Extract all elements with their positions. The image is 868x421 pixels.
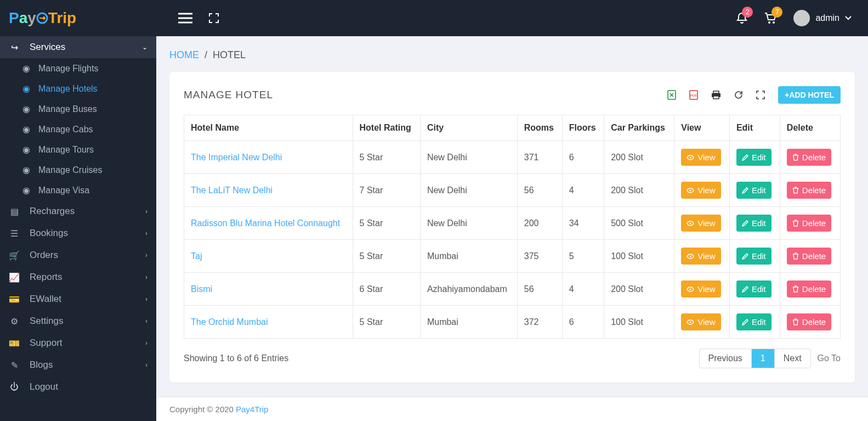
- nav-icon: 🛒: [9, 250, 20, 261]
- view-button[interactable]: View: [681, 313, 721, 330]
- chevron-right-icon: ›: [145, 339, 147, 347]
- col-delete: Delete: [780, 115, 840, 141]
- breadcrumb-home[interactable]: HOME: [169, 49, 199, 60]
- chevron-right-icon: ›: [145, 207, 147, 215]
- nav-ewallet[interactable]: 💳EWallet›: [0, 288, 156, 310]
- svg-point-13: [690, 288, 691, 290]
- edit-button[interactable]: Edit: [736, 313, 771, 330]
- nav-support[interactable]: 🎫Support›: [0, 332, 156, 354]
- delete-button[interactable]: Delete: [787, 182, 831, 199]
- svg-point-9: [690, 156, 691, 158]
- cart-badge: 7: [771, 7, 782, 18]
- prev-button[interactable]: Previous: [700, 349, 752, 368]
- hotel-link[interactable]: The LaLiT New Delhi: [191, 186, 273, 195]
- sidebar-sub-manage-cabs[interactable]: ◉Manage Cabs: [0, 119, 156, 139]
- goto-label: Go To: [818, 353, 841, 363]
- nav-orders[interactable]: 🛒Orders›: [0, 244, 156, 266]
- col-hotel-rating: Hotel Rating: [353, 115, 420, 141]
- sidebar-sub-manage-tours[interactable]: ◉Manage Tours: [0, 139, 156, 160]
- delete-button[interactable]: Delete: [787, 248, 831, 265]
- sidebar-sub-manage-hotels[interactable]: ◉Manage Hotels: [0, 78, 156, 99]
- hamburger-icon[interactable]: [178, 13, 192, 24]
- edit-button[interactable]: Edit: [736, 280, 771, 297]
- nav-blogs[interactable]: ✎Blogs›: [0, 354, 156, 376]
- print-icon[interactable]: [711, 91, 721, 99]
- svg-point-2: [773, 21, 775, 24]
- username: admin: [815, 13, 839, 23]
- col-floors: Floors: [562, 115, 604, 141]
- nav-logout[interactable]: ⏻Logout: [0, 376, 156, 398]
- hotel-link[interactable]: Taj: [191, 251, 202, 261]
- delete-button[interactable]: Delete: [787, 313, 831, 330]
- brand-logo[interactable]: Pay Trip: [0, 0, 156, 36]
- main-content: HOME / HOTEL MANAGE HOTEL PDF: [156, 36, 868, 421]
- circle-icon: ◉: [21, 63, 32, 74]
- next-button[interactable]: Next: [775, 349, 810, 368]
- delete-button[interactable]: Delete: [787, 215, 831, 232]
- view-button[interactable]: View: [681, 215, 721, 232]
- add-hotel-button[interactable]: +ADD HOTEL: [778, 86, 841, 104]
- edit-button[interactable]: Edit: [736, 248, 771, 265]
- fullscreen-icon[interactable]: [209, 13, 219, 23]
- hotel-table: Hotel NameHotel RatingCityRoomsFloorsCar…: [184, 115, 841, 339]
- col-city: City: [420, 115, 517, 141]
- sidebar-sub-manage-buses[interactable]: ◉Manage Buses: [0, 99, 156, 119]
- edit-button[interactable]: Edit: [736, 215, 771, 232]
- nav-icon: 💳: [9, 294, 20, 305]
- chevron-down-icon: ⌄: [142, 43, 147, 51]
- hotel-link[interactable]: The Imperial New Delhi: [191, 153, 282, 162]
- hotel-link[interactable]: The Orchid Mumbai: [191, 317, 268, 327]
- page-1[interactable]: 1: [752, 349, 775, 368]
- sidebar-sub-manage-flights[interactable]: ◉Manage Flights: [0, 58, 156, 78]
- nav-recharges[interactable]: ▤Recharges›: [0, 200, 156, 222]
- svg-point-1: [768, 21, 770, 24]
- sidebar-sub-manage-cruises[interactable]: ◉Manage Cruises: [0, 160, 156, 180]
- nav-services[interactable]: ↪ Services ⌄: [0, 36, 156, 58]
- hotel-card: MANAGE HOTEL PDF +ADD HOTEL: [169, 72, 855, 383]
- bell-icon[interactable]: 2: [736, 12, 747, 24]
- user-menu[interactable]: admin: [793, 10, 852, 26]
- pdf-icon[interactable]: PDF: [689, 90, 698, 100]
- svg-point-10: [690, 189, 691, 191]
- table-row: Radisson Blu Marina Hotel Connaught5 Sta…: [184, 207, 841, 240]
- svg-point-11: [690, 222, 691, 224]
- circle-icon: ◉: [21, 185, 32, 195]
- circle-icon: ◉: [21, 124, 32, 134]
- col-hotel-name: Hotel Name: [184, 115, 353, 141]
- footer-brand-link[interactable]: Pay4Trip: [236, 405, 268, 414]
- chevron-right-icon: ›: [145, 317, 147, 325]
- col-view: View: [674, 115, 730, 141]
- nav-bookings[interactable]: ☰Bookings›: [0, 222, 156, 244]
- hotel-link[interactable]: Bismi: [191, 284, 212, 294]
- excel-icon[interactable]: [667, 90, 676, 100]
- svg-point-12: [690, 255, 691, 257]
- circle-icon: ◉: [21, 165, 32, 175]
- expand-icon[interactable]: [756, 91, 765, 99]
- nav-icon: ✎: [9, 360, 20, 371]
- nav-reports[interactable]: 📈Reports›: [0, 266, 156, 288]
- circle-icon: ◉: [21, 83, 32, 94]
- sidebar: ↪ Services ⌄ ◉Manage Flights◉Manage Hote…: [0, 36, 156, 421]
- chevron-down-icon: [845, 16, 852, 20]
- sidebar-sub-manage-visa[interactable]: ◉Manage Visa: [0, 180, 156, 200]
- breadcrumb: HOME / HOTEL: [169, 49, 855, 61]
- hotel-link[interactable]: Radisson Blu Marina Hotel Connaught: [191, 218, 340, 228]
- avatar: [793, 10, 810, 26]
- view-button[interactable]: View: [681, 149, 721, 166]
- nav-icon: ☰: [9, 228, 20, 239]
- delete-button[interactable]: Delete: [787, 149, 831, 166]
- col-edit: Edit: [729, 115, 780, 141]
- refresh-icon[interactable]: [734, 91, 743, 99]
- view-button[interactable]: View: [681, 248, 721, 265]
- nav-icon: ⚙: [9, 316, 20, 327]
- edit-button[interactable]: Edit: [736, 182, 771, 199]
- circle-icon: ◉: [21, 104, 32, 114]
- edit-button[interactable]: Edit: [736, 149, 771, 166]
- delete-button[interactable]: Delete: [787, 280, 831, 297]
- cart-icon[interactable]: 7: [764, 12, 777, 24]
- view-button[interactable]: View: [681, 280, 721, 297]
- chevron-right-icon: ›: [145, 229, 147, 237]
- nav-settings[interactable]: ⚙Settings›: [0, 310, 156, 332]
- page-title: MANAGE HOTEL: [184, 89, 273, 101]
- view-button[interactable]: View: [681, 182, 721, 199]
